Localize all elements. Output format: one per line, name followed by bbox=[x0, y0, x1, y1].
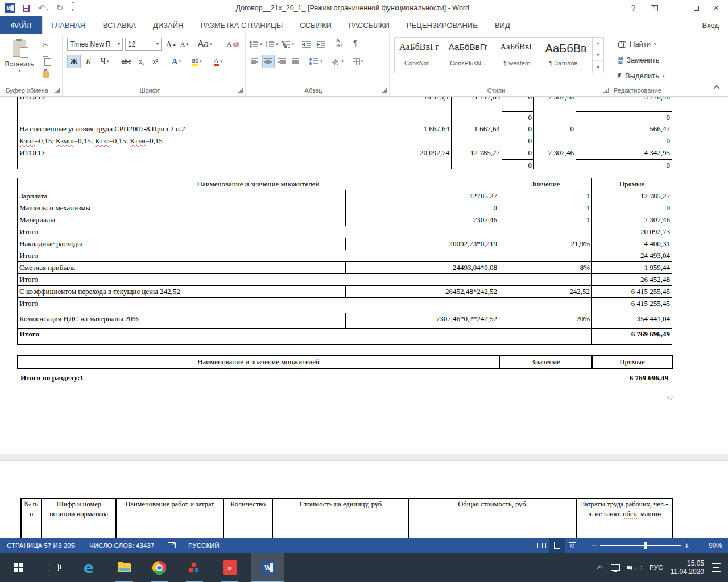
tab-view[interactable]: ВИД bbox=[486, 16, 519, 34]
proofing-errors-icon[interactable] bbox=[168, 542, 176, 548]
bullets-button[interactable]: ▾ bbox=[249, 38, 263, 51]
cell-value[interactable]: 1 667,64 bbox=[408, 123, 452, 147]
styles-scroll-down-button[interactable]: ▼ bbox=[593, 49, 603, 61]
network-icon[interactable] bbox=[611, 564, 620, 571]
cell-label[interactable]: Итого bbox=[18, 226, 499, 238]
cell-direct[interactable]: 26 452,48 bbox=[592, 274, 672, 286]
styles-scroll-up-button[interactable]: ▲ bbox=[593, 38, 603, 49]
minimize-button[interactable] bbox=[673, 10, 679, 10]
cell-direct[interactable]: 6 769 696,49 bbox=[592, 329, 672, 345]
header-direct[interactable]: Прямые bbox=[592, 178, 672, 190]
cell-label[interactable]: Накладные расходы bbox=[18, 238, 346, 250]
cell-value[interactable]: 7 307,46 bbox=[534, 97, 576, 123]
cell-direct[interactable]: 354 441,04 bbox=[592, 313, 672, 329]
section-total-value[interactable]: 6 769 696,49 bbox=[630, 373, 668, 383]
zoom-out-button[interactable]: − bbox=[588, 541, 600, 550]
cell-value[interactable]: 21,9% bbox=[499, 238, 592, 250]
taskbar-red-app[interactable]: » bbox=[216, 553, 243, 582]
header-direct[interactable]: Прямые bbox=[592, 356, 672, 368]
cell-itogo-label[interactable]: ИТОГО: bbox=[18, 97, 408, 123]
cell-direct[interactable]: 1 959,44 bbox=[592, 262, 672, 274]
cell-value[interactable]: 0 bbox=[502, 160, 534, 169]
cell-direct[interactable]: 24 493,04 bbox=[592, 250, 672, 262]
paragraph-dialog-launcher[interactable] bbox=[382, 88, 387, 93]
cell-direct[interactable]: 6 415 255,45 bbox=[592, 298, 672, 313]
line-spacing-button[interactable]: ▾ bbox=[307, 55, 324, 68]
style-western[interactable]: АаБбВвГ ¶ western bbox=[493, 38, 541, 73]
cell-formula[interactable]: 24493,04*0,08 bbox=[346, 262, 499, 274]
replace-button[interactable]: abacЗаменить bbox=[618, 56, 660, 64]
align-center-button[interactable] bbox=[262, 55, 275, 68]
cell-formula[interactable]: 20092,73*0,219 bbox=[346, 238, 499, 250]
header-unit-cost[interactable]: Стоимость на единицу, руб bbox=[272, 498, 409, 538]
header-labor[interactable]: Затраты труда рабочих, чел.-ч. не занят.… bbox=[577, 498, 672, 538]
cell-direct[interactable]: 12 785,27 bbox=[592, 190, 672, 202]
cell-label[interactable]: С коэффициентом перехода в текущие цены … bbox=[18, 286, 346, 298]
cell-value[interactable]: 1 bbox=[499, 202, 592, 214]
taskbar-edge[interactable]: e bbox=[75, 553, 102, 582]
format-painter-button[interactable] bbox=[39, 68, 52, 81]
word-count[interactable]: ЧИСЛО СЛОВ: 43437 bbox=[88, 542, 155, 549]
tray-expand-chevron-icon[interactable] bbox=[597, 565, 603, 571]
cell-value[interactable]: 0 bbox=[502, 112, 534, 123]
cell-value[interactable]: 20% bbox=[499, 313, 592, 329]
cell-formula[interactable]: 7307,46*0,2*242,52 bbox=[346, 313, 499, 329]
zoom-slider-thumb[interactable] bbox=[644, 542, 647, 549]
language-indicator[interactable]: РУССКИЙ bbox=[187, 542, 221, 549]
close-button[interactable]: × bbox=[714, 4, 719, 12]
cell-label[interactable]: Зарплата bbox=[18, 190, 346, 202]
cell-value[interactable]: 1 bbox=[499, 214, 592, 226]
cell-value[interactable]: 0 bbox=[502, 123, 534, 135]
redo-button[interactable] bbox=[56, 3, 64, 13]
style-consplusnormal[interactable]: АаБбВвГг ConsPlusN... bbox=[444, 38, 493, 73]
cell-value[interactable]: 12 785,27 bbox=[452, 147, 502, 169]
style-consnormal[interactable]: АаБбВвГг ConsNor... bbox=[395, 38, 444, 73]
read-mode-button[interactable] bbox=[534, 538, 549, 553]
taskbar-file-explorer[interactable] bbox=[110, 553, 138, 582]
tab-page-layout[interactable]: РАЗМЕТКА СТРАНИЦЫ bbox=[192, 16, 292, 34]
underline-button[interactable]: Ч▾ bbox=[97, 55, 113, 68]
cell-itogo-label[interactable]: ИТОГО: bbox=[18, 147, 408, 169]
cell-formula[interactable]: 12785,27 bbox=[346, 190, 499, 202]
header-quantity[interactable]: Количество bbox=[224, 498, 272, 538]
help-button[interactable]: ? bbox=[631, 3, 636, 13]
cell-value[interactable]: 0 bbox=[534, 123, 576, 147]
taskbar-chrome[interactable] bbox=[146, 553, 173, 582]
sign-in-link[interactable]: Вход bbox=[702, 16, 728, 34]
cell-value[interactable]: 0 bbox=[576, 160, 672, 169]
multilevel-list-button[interactable]: ▾ bbox=[280, 38, 295, 51]
cell-value[interactable]: 1 bbox=[499, 190, 592, 202]
undo-button[interactable] bbox=[38, 3, 48, 13]
strikethrough-button[interactable]: abc bbox=[118, 55, 134, 68]
cell-value[interactable]: 0 bbox=[576, 135, 672, 147]
cell-label[interactable]: Итого bbox=[18, 329, 499, 345]
header-value[interactable]: Значение bbox=[499, 178, 592, 190]
bold-button[interactable]: Ж bbox=[67, 55, 81, 68]
cell-value[interactable] bbox=[499, 274, 592, 286]
italic-button[interactable]: К bbox=[83, 55, 94, 68]
numbering-button[interactable]: ▾ bbox=[264, 38, 279, 51]
cell-direct[interactable]: 20 092,73 bbox=[592, 226, 672, 238]
cell-value[interactable]: 4 342,95 bbox=[576, 147, 672, 160]
paste-dropdown-arrow[interactable]: ▾ bbox=[5, 68, 34, 73]
cell-value[interactable]: 566,47 bbox=[576, 123, 672, 135]
zoom-level[interactable]: 90% bbox=[697, 542, 722, 550]
copy-button[interactable] bbox=[39, 53, 52, 66]
header-code[interactable]: Шифр и номер позиции норматива bbox=[42, 498, 116, 538]
borders-button[interactable]: ▾ bbox=[349, 55, 366, 68]
cell-value[interactable] bbox=[499, 250, 592, 262]
tab-home[interactable]: ГЛАВНАЯ bbox=[42, 16, 94, 34]
clipboard-dialog-launcher[interactable] bbox=[55, 88, 60, 93]
cell-formula[interactable]: 26452,48*242,52 bbox=[346, 286, 499, 298]
tab-design[interactable]: ДИЗАЙН bbox=[144, 16, 192, 34]
tab-references[interactable]: ССЫЛКИ bbox=[291, 16, 340, 34]
paste-button[interactable]: Вставить ▾ bbox=[5, 38, 34, 92]
restore-button[interactable] bbox=[694, 6, 699, 11]
cell-value[interactable]: 20 092,74 bbox=[408, 147, 452, 169]
increase-indent-button[interactable] bbox=[315, 38, 328, 51]
header-num[interactable]: № п/п bbox=[21, 498, 42, 538]
start-button[interactable] bbox=[5, 553, 32, 582]
justify-button[interactable] bbox=[289, 55, 302, 68]
align-left-button[interactable] bbox=[249, 55, 261, 68]
cut-button[interactable] bbox=[39, 39, 52, 51]
